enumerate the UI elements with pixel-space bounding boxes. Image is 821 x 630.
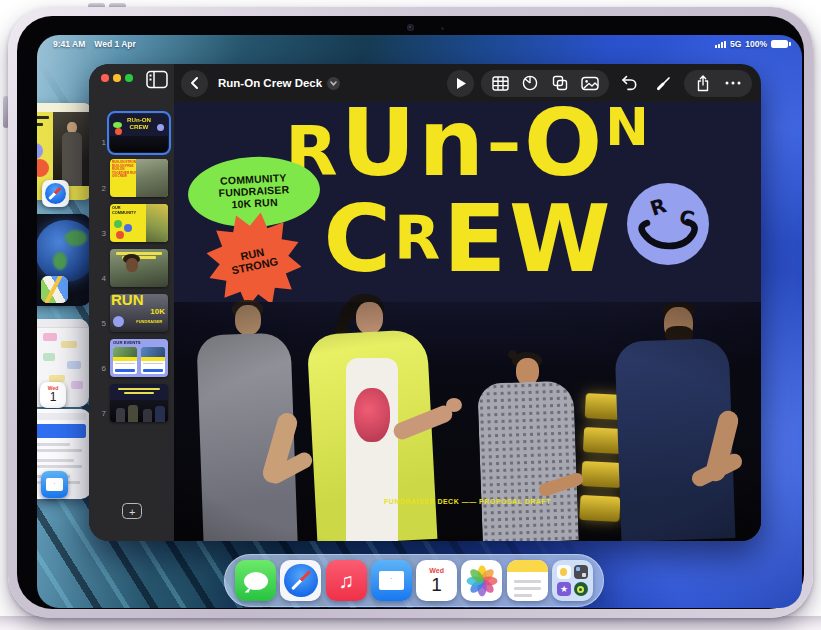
- app-library-tile-lightbulb: [557, 565, 571, 579]
- safari-app-icon[interactable]: [42, 180, 69, 207]
- runner-2-hair: [346, 294, 384, 322]
- mail-line: [37, 449, 82, 452]
- runner-4-forearm: [689, 451, 745, 489]
- add-slide-button[interactable]: +: [122, 503, 142, 519]
- thumb3-badge: [124, 224, 132, 232]
- notes-line: [514, 580, 541, 583]
- slide-canvas[interactable]: RUn–ON CREW COMMUNITY FUNDRAISER 10K RUN: [174, 102, 761, 541]
- rc-smiley-badge[interactable]: R C: [626, 182, 710, 266]
- thumb6-card-line: [115, 363, 135, 365]
- dock-calendar-icon[interactable]: Wed 1: [416, 560, 457, 601]
- slide-thumbnail-2[interactable]: RUN-ON STRONG RUN-ON FREE RUN-ON TOGETHE…: [110, 159, 168, 197]
- format-brush-button[interactable]: [650, 70, 677, 97]
- runner-4-head: [664, 307, 693, 341]
- slide-thumbnail-3[interactable]: OUR COMMUNITY: [110, 204, 168, 242]
- safari-needle: [291, 571, 310, 590]
- thumb6-card-button: [115, 369, 135, 372]
- slide-thumbnail-7[interactable]: [110, 384, 168, 422]
- maps-landmass: [65, 230, 87, 246]
- insert-shape-button[interactable]: [545, 75, 575, 91]
- minimize-window-button[interactable]: [113, 74, 121, 82]
- thumb3-photo: [146, 204, 168, 242]
- maps-app-icon[interactable]: [41, 276, 68, 303]
- mail-app-icon-strip[interactable]: [41, 471, 68, 498]
- mail-row-selected: [37, 424, 86, 438]
- slide-caption[interactable]: FUNDRAISER DECK —— PROPOSAL DRAFT: [174, 498, 761, 505]
- runner-3-hair: [512, 352, 542, 369]
- dock-music-icon[interactable]: ♫: [326, 560, 367, 601]
- slide-navigator: 1 RUn-ON CREW: [89, 64, 174, 541]
- thumb3-title: OUR COMMUNITY: [112, 206, 143, 215]
- slide-thumbnail-4[interactable]: [110, 249, 168, 287]
- view-options-icon[interactable]: [146, 70, 168, 89]
- app-library-tile-star: ★: [557, 582, 571, 596]
- thumb6-event-card: [113, 347, 137, 374]
- document-title: Run-On Crew Deck: [218, 77, 322, 89]
- thumb7-figure: [128, 405, 138, 422]
- dock-app-library-icon[interactable]: ★: [552, 560, 593, 601]
- status-bar: 9:41 AM Wed 1 Apr 5G 100%: [37, 38, 802, 52]
- slide-number: 2: [93, 184, 106, 193]
- thumb5-run-word: RUN: [111, 294, 168, 308]
- insert-media-button[interactable]: [575, 76, 605, 91]
- zoom-window-button[interactable]: [125, 74, 133, 82]
- mail-line: [37, 443, 70, 446]
- runner-1-body: [196, 332, 297, 541]
- insert-chart-button[interactable]: [515, 75, 545, 91]
- back-button[interactable]: [181, 70, 208, 97]
- calendar-event: [61, 341, 77, 348]
- thumb6-card-line: [143, 363, 163, 365]
- thumb3-badge: [114, 220, 122, 228]
- ipad-bezel: 9:41 AM Wed 1 Apr 5G 100%: [17, 16, 804, 609]
- document-title-button[interactable]: Run-On Crew Deck: [218, 77, 340, 90]
- runner-1-head: [235, 305, 261, 335]
- thumb1-smiley-sticker: [157, 124, 164, 131]
- dock-safari-icon[interactable]: [280, 560, 321, 601]
- thumb7-figure: [155, 406, 165, 422]
- share-group: [684, 70, 752, 97]
- play-button[interactable]: [447, 70, 474, 97]
- microphone-hole: [441, 27, 444, 30]
- undo-button[interactable]: [616, 70, 643, 97]
- more-button[interactable]: [718, 81, 748, 85]
- safari-dial: [45, 183, 66, 204]
- thumb6-card-photo: [113, 347, 137, 357]
- runner-2-tank: [346, 358, 398, 541]
- toolbar-actions: [447, 70, 761, 97]
- dock-messages-icon[interactable]: [235, 560, 276, 601]
- calendar-icon-day: 1: [50, 391, 57, 404]
- ipad-frame: 9:41 AM Wed 1 Apr 5G 100%: [8, 7, 813, 618]
- dock-notes-icon[interactable]: [507, 560, 548, 601]
- thumb7-figure: [143, 409, 152, 422]
- calendar-event: [67, 361, 81, 369]
- slide-number: 7: [93, 409, 106, 418]
- slide-thumbnail-5[interactable]: RUN 10K FUNDRAISER: [110, 294, 168, 332]
- music-note-glyph: ♫: [338, 569, 354, 593]
- title-chevron-down-icon[interactable]: [327, 77, 340, 90]
- slide-thumbnail-6[interactable]: OUR EVENTS: [110, 339, 168, 377]
- calendar-event: [43, 333, 57, 341]
- runner-1-hair: [232, 300, 263, 317]
- runners-photo[interactable]: [174, 302, 761, 541]
- envelope-glyph: [379, 571, 404, 590]
- slide-thumbnail-1[interactable]: RUn-ON CREW: [110, 114, 168, 152]
- runner-1-forearm: [265, 450, 315, 487]
- calendar-event: [71, 381, 83, 389]
- safari-page-photo: [53, 112, 93, 186]
- runner-3-body: [477, 380, 579, 541]
- ipad-screen: 9:41 AM Wed 1 Apr 5G 100%: [37, 35, 802, 608]
- dock-photos-icon[interactable]: [461, 560, 502, 601]
- decor-line: [37, 123, 43, 126]
- photo-light-structure: [578, 393, 626, 541]
- runner-4-arm: [704, 409, 741, 484]
- calendar-app-icon[interactable]: Wed 1: [40, 382, 66, 408]
- insert-table-button[interactable]: [485, 76, 515, 91]
- runner-3-head: [516, 358, 539, 385]
- thumb1-orange-sticker: [115, 128, 122, 135]
- close-window-button[interactable]: [101, 74, 109, 82]
- camera-lens-glint: [409, 26, 411, 28]
- thumb5-sub: FUNDRAISER: [136, 319, 162, 324]
- runner-3-forearm: [537, 471, 585, 498]
- share-button[interactable]: [688, 75, 718, 92]
- dock-mail-icon[interactable]: [371, 560, 412, 601]
